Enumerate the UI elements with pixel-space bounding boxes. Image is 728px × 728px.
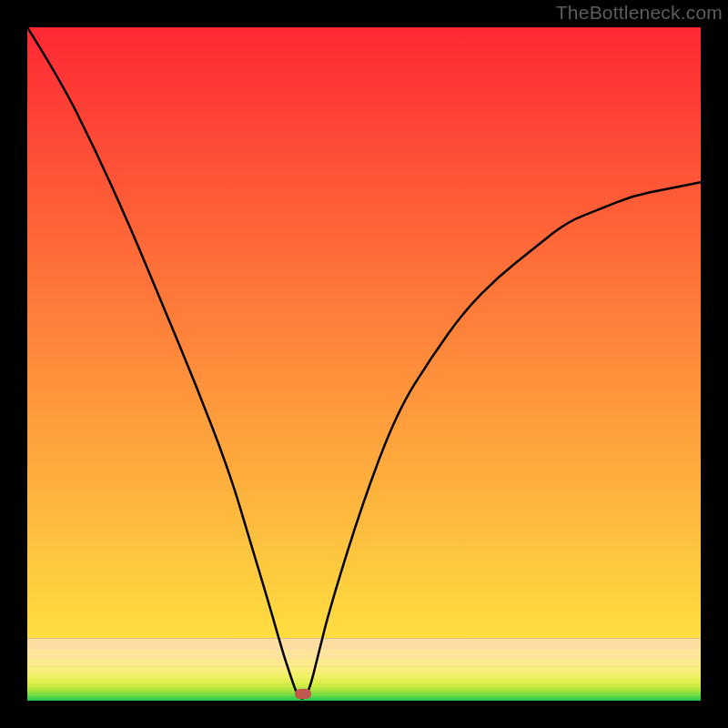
chart-stage: TheBottleneck.com <box>0 0 728 728</box>
watermark-label: TheBottleneck.com <box>556 2 723 24</box>
plot-area <box>27 27 701 701</box>
bottleneck-marker <box>295 689 311 699</box>
curve-layer <box>27 27 701 701</box>
